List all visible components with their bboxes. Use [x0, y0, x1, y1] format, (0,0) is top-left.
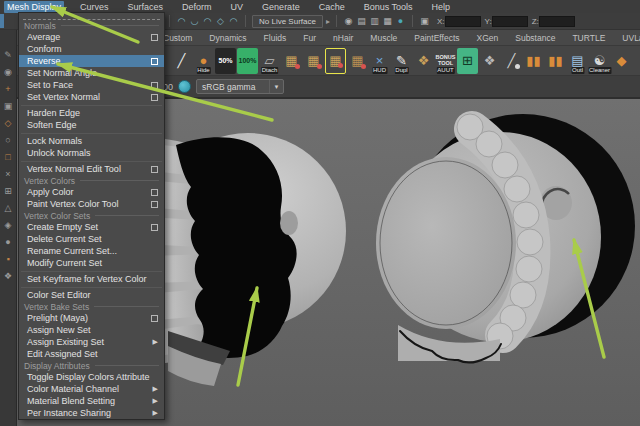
- shelf-button-mesh-pin-selected[interactable]: ▦: [325, 48, 346, 74]
- menu-item-per-instance-sharing[interactable]: Per Instance Sharing▶: [19, 407, 164, 419]
- shelf-button-outliner[interactable]: ▤Outl: [567, 48, 588, 74]
- menu-item-delete-current-set[interactable]: Delete Current Set: [19, 233, 164, 245]
- shelf-button-mesh-pin-a[interactable]: ▦: [281, 48, 302, 74]
- menubar-item-surfaces[interactable]: Surfaces: [125, 1, 167, 13]
- shelf-tab-muscle[interactable]: Muscle: [370, 33, 397, 43]
- option-box-icon[interactable]: [151, 315, 158, 322]
- menu-item-prelight-maya[interactable]: Prelight (Maya): [19, 312, 164, 324]
- menu-item-lock-normals[interactable]: Lock Normals: [19, 135, 164, 147]
- menu-item-set-keyframe-for-vertex-color[interactable]: Set Keyframe for Vertex Color: [19, 273, 164, 285]
- construction-history-icon[interactable]: ▣: [419, 14, 430, 28]
- tool-icon-5[interactable]: ◇: [0, 114, 16, 131]
- menu-item-rename-current-set[interactable]: Rename Current Set...: [19, 245, 164, 257]
- shelf-tab-substance[interactable]: Substance: [515, 33, 555, 43]
- snap-to-plane-icon[interactable]: ◇: [215, 14, 226, 28]
- menubar-item-deform[interactable]: Deform: [179, 1, 215, 13]
- tool-icon-1[interactable]: ✎: [0, 46, 16, 63]
- shelf-tab-turtle[interactable]: TURTLE: [572, 33, 605, 43]
- shelf-tab-fur[interactable]: Fur: [303, 33, 316, 43]
- menubar-item-bonus-tools[interactable]: Bonus Tools: [361, 1, 416, 13]
- shelf-tab-fluids[interactable]: Fluids: [264, 33, 287, 43]
- tool-icon-14[interactable]: ❖: [0, 267, 16, 284]
- option-box-icon[interactable]: [151, 82, 158, 89]
- shelf-button-sheets-stack[interactable]: ❖: [413, 48, 434, 74]
- option-box-icon[interactable]: [151, 34, 158, 41]
- shelf-button-hide[interactable]: ●Hide: [193, 48, 214, 74]
- menu-item-set-to-face[interactable]: Set to Face: [19, 79, 164, 91]
- right-knob-mesh[interactable]: [376, 114, 635, 363]
- shelf-button-mesh-transfer[interactable]: ▦: [347, 48, 368, 74]
- menu-item-conform[interactable]: Conform: [19, 43, 164, 55]
- shelf-button-turtle-bake[interactable]: ⊞: [457, 48, 478, 74]
- option-box-icon[interactable]: [151, 189, 158, 196]
- menu-item-apply-color[interactable]: Apply Color: [19, 186, 164, 198]
- visibility-icon[interactable]: ◉: [343, 14, 354, 28]
- tool-icon-11[interactable]: ◈: [0, 216, 16, 233]
- shelf-button-cleaner[interactable]: ☯Cleaner: [589, 48, 610, 74]
- shelf-tab-custom[interactable]: Custom: [163, 33, 192, 43]
- shelf-tab-dynamics[interactable]: Dynamics: [209, 33, 246, 43]
- menu-item-toggle-display-colors-attribute[interactable]: Toggle Display Colors Attribute: [19, 371, 164, 383]
- menubar-item-cache[interactable]: Cache: [316, 1, 348, 13]
- shelf-button-bonus-tool[interactable]: BONUS TOOLAUUT: [435, 48, 456, 74]
- shelf-button-fifty-percent[interactable]: 50%: [215, 48, 236, 74]
- render-frame-icon[interactable]: ▦: [382, 14, 393, 28]
- shelf-button-dtach[interactable]: ▱Dtach: [259, 48, 280, 74]
- snap-to-grid-icon[interactable]: ◠: [176, 14, 187, 28]
- menu-item-average[interactable]: Average: [19, 31, 164, 43]
- tool-icon-6[interactable]: ○: [0, 131, 16, 148]
- axis-input-z[interactable]: [539, 16, 575, 27]
- menu-item-paint-vertex-color-tool[interactable]: Paint Vertex Color Tool: [19, 198, 164, 210]
- menubar-item-mesh-display[interactable]: Mesh Display: [4, 1, 64, 13]
- shelf-button-export-box[interactable]: ◆: [611, 48, 632, 74]
- menubar-item-uv[interactable]: UV: [228, 1, 247, 13]
- tool-icon-10[interactable]: △: [0, 199, 16, 216]
- menu-item-set-normal-angle[interactable]: Set Normal Angle...: [19, 67, 164, 79]
- option-box-icon[interactable]: [151, 201, 158, 208]
- shelf-button-hundred-percent[interactable]: 100%: [237, 48, 258, 74]
- shelf-tab-painteffects[interactable]: PaintEffects: [414, 33, 459, 43]
- menubar-item-curves[interactable]: Curves: [77, 1, 112, 13]
- menu-item-soften-edge[interactable]: Soften Edge: [19, 119, 164, 131]
- shelf-button-combine-b[interactable]: ▮▮: [545, 48, 566, 74]
- menu-item-reverse[interactable]: Reverse: [19, 55, 164, 67]
- menu-item-color-set-editor[interactable]: Color Set Editor: [19, 289, 164, 301]
- menu-item-unlock-normals[interactable]: Unlock Normals: [19, 147, 164, 159]
- shelf-button-knife-tool[interactable]: ╱: [171, 48, 192, 74]
- shelf-button-dupl[interactable]: ✎Dupl: [391, 48, 412, 74]
- menu-item-color-material-channel[interactable]: Color Material Channel▶: [19, 383, 164, 395]
- tool-icon-8[interactable]: ×: [0, 165, 16, 182]
- menu-item-vertex-normal-edit-tool[interactable]: Vertex Normal Edit Tool: [19, 163, 164, 175]
- make-live-icon[interactable]: ◠: [228, 14, 239, 28]
- shelf-tab-uvlayout[interactable]: UVLayout: [622, 33, 640, 43]
- axis-input-x[interactable]: [445, 16, 481, 27]
- render-settings-icon[interactable]: ▤: [356, 14, 367, 28]
- menu-item-set-vertex-normal[interactable]: Set Vertex Normal: [19, 91, 164, 103]
- menu-item-assign-existing-set[interactable]: Assign Existing Set▶: [19, 336, 164, 348]
- menu-item-harden-edge[interactable]: Harden Edge: [19, 107, 164, 119]
- option-box-icon[interactable]: [151, 58, 158, 65]
- axis-input-y[interactable]: [492, 16, 528, 27]
- menu-item-create-empty-set[interactable]: Create Empty Set: [19, 221, 164, 233]
- shelf-tab-nhair[interactable]: nHair: [333, 33, 353, 43]
- tool-icon-7[interactable]: □: [0, 148, 16, 165]
- snap-to-curve-icon[interactable]: ◡: [189, 14, 200, 28]
- tool-icon-4[interactable]: ▣: [0, 97, 16, 114]
- tool-icon-12[interactable]: ●: [0, 233, 16, 250]
- shelf-tab-xgen[interactable]: XGen: [477, 33, 499, 43]
- option-box-icon[interactable]: [151, 94, 158, 101]
- render-view-icon[interactable]: ▥: [369, 14, 380, 28]
- shelf-button-hud[interactable]: ×HUD: [369, 48, 390, 74]
- menubar-item-generate[interactable]: Generate: [259, 1, 303, 13]
- menu-item-edit-assigned-set[interactable]: Edit Assigned Set: [19, 348, 164, 360]
- colorspace-dropdown[interactable]: sRGB gamma ▼: [196, 79, 284, 94]
- shelf-button-spread-sheets[interactable]: ❖: [479, 48, 500, 74]
- option-box-icon[interactable]: [151, 166, 158, 173]
- left-knob-mesh[interactable]: [145, 133, 346, 386]
- no-live-surface-field[interactable]: No Live Surface: [252, 15, 323, 28]
- option-box-icon[interactable]: [151, 224, 158, 231]
- ipr-render-icon[interactable]: ●: [395, 14, 406, 28]
- shelf-button-measure[interactable]: ╱: [501, 48, 522, 74]
- shelf-button-mesh-pin-b[interactable]: ▦: [303, 48, 324, 74]
- color-management-icon[interactable]: [178, 80, 191, 93]
